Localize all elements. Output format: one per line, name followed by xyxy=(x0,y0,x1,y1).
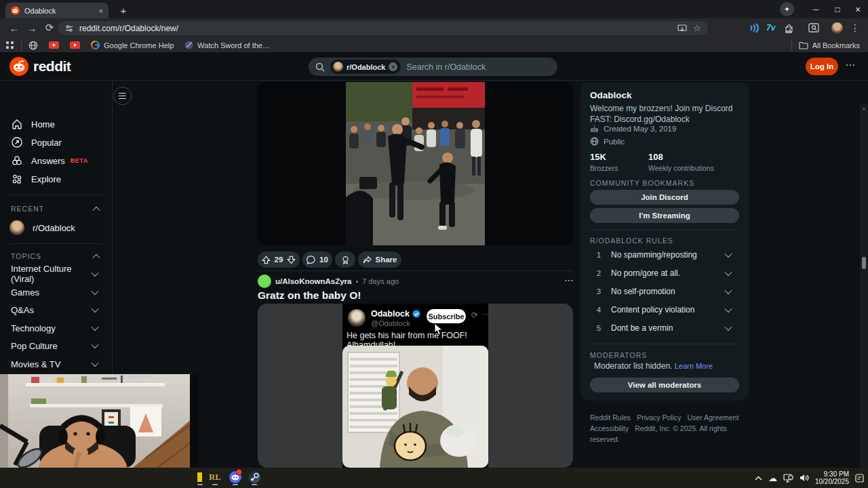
rule-row[interactable]: 1No spamming/reposting xyxy=(590,246,739,264)
join-discord-button[interactable]: Join Discord xyxy=(590,190,739,205)
notification-center-icon[interactable] xyxy=(855,474,864,483)
window-close-button[interactable]: × xyxy=(848,0,868,18)
rule-row[interactable]: 4Content policy violation xyxy=(590,301,739,319)
post-author[interactable]: u/AlsoKnownAsZyra xyxy=(275,277,351,285)
apps-grid-icon[interactable] xyxy=(5,41,14,49)
chevron-up-icon[interactable] xyxy=(92,207,100,214)
youtube-bookmark-icon[interactable] xyxy=(70,41,80,49)
award-pill[interactable] xyxy=(335,251,355,268)
taskbar-clock[interactable]: 9:30 PM 10/20/2025 xyxy=(815,470,849,485)
topic-games[interactable]: Games xyxy=(0,283,113,301)
post-overflow-menu-icon[interactable]: ⋯ xyxy=(564,274,574,285)
topic-pop-culture[interactable]: Pop Culture xyxy=(0,337,113,354)
chip-close-icon[interactable]: × xyxy=(389,62,397,71)
meta-separator: • xyxy=(355,277,358,285)
rule-row[interactable]: 5Dont be a vermin xyxy=(590,319,739,337)
upvote-icon[interactable] xyxy=(262,256,271,264)
bookmark-star-icon[interactable]: ☆ xyxy=(693,23,701,33)
page-footer: Reddit RulesPrivacy PolicyUser Agreement… xyxy=(590,412,746,445)
sidebar-item-answers[interactable]: Answers BETA xyxy=(0,152,113,169)
search-bar[interactable]: r/Odablock × Search in r/Odablock xyxy=(309,58,557,76)
reddit-logo[interactable]: reddit xyxy=(9,57,71,76)
sidebar-divider xyxy=(590,344,739,344)
discord-icon[interactable] xyxy=(229,471,241,483)
rule-row[interactable]: 3No self-promotion xyxy=(590,283,739,300)
im-streaming-button[interactable]: I'm Streaming xyxy=(590,208,739,223)
view-all-moderators-button[interactable]: View all moderators xyxy=(590,378,739,392)
chevron-up-icon[interactable] xyxy=(92,254,100,262)
tweet-media-image[interactable] xyxy=(342,346,488,468)
tab-close-icon[interactable]: × xyxy=(99,7,103,15)
topic-technology[interactable]: Technology xyxy=(0,319,113,337)
all-bookmarks-button[interactable]: All Bookmarks xyxy=(799,41,860,49)
display-security-icon[interactable] xyxy=(783,474,793,483)
comments-pill[interactable]: 10 xyxy=(302,251,332,268)
topic-qas[interactable]: Q&As xyxy=(0,301,113,319)
window-maximize-button[interactable]: □ xyxy=(827,0,848,18)
video-player[interactable]: ▶ 0:00 / 0:14 CC ⚙ xyxy=(258,82,573,245)
speaker-icon[interactable] xyxy=(800,474,809,482)
post-title[interactable]: Gratz on the baby O! xyxy=(258,289,361,302)
footer-link[interactable]: Accessibility xyxy=(590,424,629,432)
reload-icon[interactable]: ⟳ xyxy=(41,19,58,37)
windows-taskbar: RL ☁ 9:30 PM 10/20/2025 xyxy=(0,468,868,488)
tweet-author-handle[interactable]: @Odablock xyxy=(371,319,410,327)
sidebar-toggle-button[interactable] xyxy=(113,87,132,105)
tweet-menu-icon[interactable]: ⋯ xyxy=(481,310,489,319)
extensions-puzzle-icon[interactable] xyxy=(784,23,794,33)
search-placeholder[interactable]: Search in r/Odablock xyxy=(406,62,486,72)
subscribe-button[interactable]: Subscribe xyxy=(427,309,466,323)
runelite-icon[interactable]: RL xyxy=(209,471,221,483)
sidebar-item-explore[interactable]: Explore xyxy=(0,170,113,188)
tray-chevron-icon[interactable] xyxy=(755,476,762,481)
new-tab-button[interactable]: + xyxy=(115,2,132,18)
footer-link[interactable]: Privacy Policy xyxy=(637,413,681,422)
stream-webcam-overlay xyxy=(0,374,199,468)
window-minimize-button[interactable]: ─ xyxy=(806,0,826,18)
scrollbar-up-arrow[interactable]: ▲ xyxy=(860,104,868,110)
volume-booster-extension-icon[interactable] xyxy=(749,23,760,33)
embedded-tweet-card[interactable]: Odablock @Odablock Subscribe ⟳ ⋯ He gets… xyxy=(258,304,573,468)
onedrive-cloud-icon[interactable]: ☁ xyxy=(768,473,777,483)
address-bar[interactable]: reddit.com/r/Odablock/new/ ☆ xyxy=(58,21,708,35)
browser-menu-icon[interactable]: ⋮ xyxy=(850,22,860,33)
sidebar-item-recent-odablock[interactable]: r/Odablock xyxy=(0,219,113,237)
search-community-chip[interactable]: r/Odablock × xyxy=(330,60,401,74)
send-to-device-icon[interactable] xyxy=(677,24,687,33)
user-avatar[interactable] xyxy=(258,274,271,288)
share-pill[interactable]: Share xyxy=(358,251,401,268)
youtube-bookmark-icon[interactable] xyxy=(49,41,59,49)
sidebar-item-popular[interactable]: Popular xyxy=(0,134,113,151)
page-scrollbar[interactable]: ▲ xyxy=(860,104,868,468)
topic-internet-culture[interactable]: Internet Culture (Viral) xyxy=(0,265,113,283)
back-icon[interactable]: ← xyxy=(5,19,23,37)
profile-avatar[interactable] xyxy=(831,22,843,34)
bookmark-google-chrome-help[interactable]: Google Chrome Help xyxy=(91,41,174,49)
sidebar-item-label: Explore xyxy=(31,174,61,184)
browser-tab[interactable]: Odablock × xyxy=(5,3,108,18)
tweet-avatar[interactable] xyxy=(348,309,366,327)
footer-link[interactable]: User Agreement xyxy=(687,413,738,422)
forward-icon[interactable]: → xyxy=(23,19,41,37)
bookmark-label: Watch Sword of the… xyxy=(197,41,270,49)
taskbar-app-yellow[interactable] xyxy=(197,472,202,482)
sparkle-icon[interactable]: ✦ xyxy=(780,2,794,16)
bookmark-watch-sword[interactable]: Watch Sword of the… xyxy=(184,41,270,49)
header-menu-icon[interactable]: ⋯ xyxy=(845,59,855,71)
globe-bookmark-icon[interactable] xyxy=(28,41,38,50)
seventv-extension-icon[interactable]: 7v xyxy=(766,23,775,33)
steam-icon[interactable] xyxy=(248,471,260,483)
tweet-author-name[interactable]: Odablock xyxy=(371,309,410,319)
learn-more-link[interactable]: Learn More xyxy=(675,362,713,370)
rule-row[interactable]: 2No porn/gore at all. xyxy=(590,264,739,282)
topic-movies-tv[interactable]: Movies & TV xyxy=(0,355,113,373)
login-button[interactable]: Log In xyxy=(806,58,838,75)
downvote-icon[interactable] xyxy=(287,256,296,264)
scrollbar-thumb[interactable] xyxy=(862,257,866,269)
tweet-refresh-icon[interactable]: ⟳ xyxy=(471,310,478,320)
url-text[interactable]: reddit.com/r/Odablock/new/ xyxy=(79,24,671,33)
footer-link[interactable]: Reddit Rules xyxy=(590,413,631,422)
search-side-panel-icon[interactable] xyxy=(808,23,819,33)
vote-pill[interactable]: 29 xyxy=(258,251,300,268)
sidebar-item-home[interactable]: Home xyxy=(0,115,113,133)
